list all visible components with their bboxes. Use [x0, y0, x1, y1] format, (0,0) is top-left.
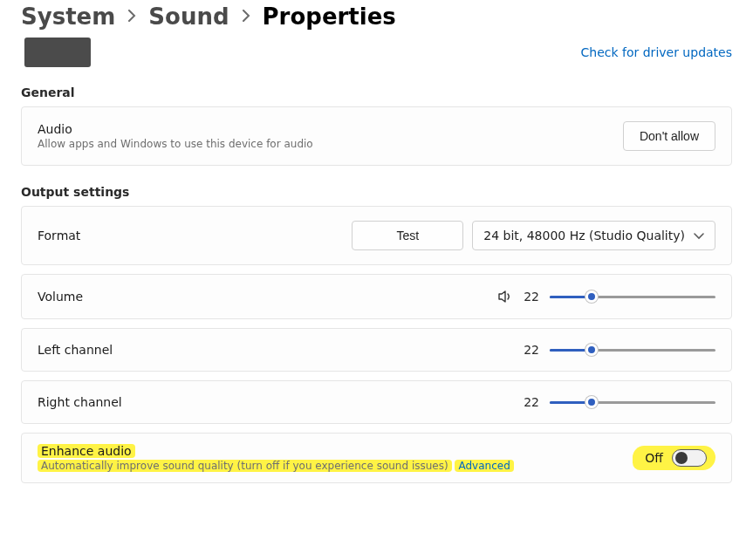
dont-allow-button[interactable]: Don't allow	[623, 121, 715, 151]
speaker-icon[interactable]	[497, 289, 513, 304]
card-left-channel: Left channel 22	[21, 328, 732, 372]
card-right-channel: Right channel 22	[21, 380, 732, 424]
right-channel-label: Right channel	[38, 395, 122, 409]
format-selected-value: 24 bit, 48000 Hz (Studio Quality)	[483, 229, 685, 242]
breadcrumb-system[interactable]: System	[21, 3, 115, 30]
section-output: Output settings	[21, 185, 732, 199]
chevron-right-icon	[242, 9, 250, 25]
format-select[interactable]: 24 bit, 48000 Hz (Studio Quality)	[472, 221, 715, 250]
audio-subtitle: Allow apps and Windows to use this devic…	[38, 138, 313, 150]
breadcrumb-sound[interactable]: Sound	[148, 3, 229, 30]
right-channel-value: 22	[524, 395, 539, 409]
volume-value: 22	[524, 290, 539, 304]
enhance-audio-toggle[interactable]	[672, 449, 707, 467]
enhance-audio-label: Enhance audio	[38, 444, 514, 458]
format-label: Format	[38, 229, 80, 242]
enhance-toggle-state: Off	[645, 451, 663, 465]
volume-slider[interactable]	[550, 290, 715, 304]
card-format: Format Test 24 bit, 48000 Hz (Studio Qua…	[21, 206, 732, 265]
enhance-advanced-link[interactable]: Advanced	[458, 460, 510, 472]
volume-label: Volume	[38, 290, 83, 304]
right-channel-slider[interactable]	[550, 395, 715, 409]
card-enhance-audio: Enhance audio Automatically improve soun…	[21, 433, 732, 483]
left-channel-label: Left channel	[38, 343, 113, 357]
breadcrumb-properties: Properties	[263, 3, 396, 30]
section-general: General	[21, 85, 732, 99]
card-audio-permission: Audio Allow apps and Windows to use this…	[21, 106, 732, 166]
check-driver-updates-link[interactable]: Check for driver updates	[581, 45, 732, 59]
chevron-right-icon	[127, 9, 136, 25]
breadcrumb: System Sound Properties	[21, 0, 732, 35]
left-channel-value: 22	[524, 343, 539, 357]
device-thumbnail	[24, 38, 91, 67]
audio-title: Audio	[38, 122, 313, 136]
left-channel-slider[interactable]	[550, 343, 715, 357]
chevron-down-icon	[694, 229, 704, 242]
test-button[interactable]: Test	[352, 221, 463, 250]
enhance-audio-subtitle: Automatically improve sound quality (tur…	[38, 460, 514, 472]
card-volume: Volume 22	[21, 274, 732, 319]
